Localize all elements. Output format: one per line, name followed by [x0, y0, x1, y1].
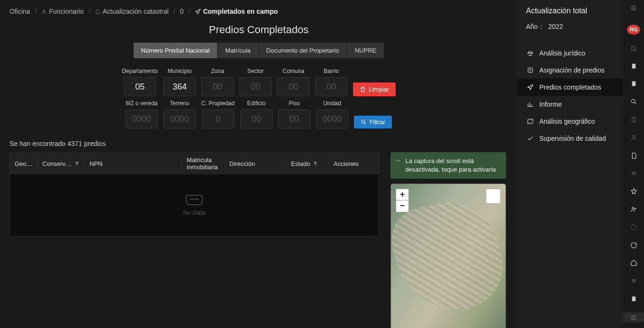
input-cpropiedad[interactable]: [202, 109, 234, 128]
aside-item-informe[interactable]: Informe: [517, 96, 623, 113]
zoom-out-button[interactable]: −: [396, 200, 409, 212]
breadcrumb-separator: /: [189, 8, 190, 15]
year-value: 2022: [548, 23, 563, 30]
zoom-in-button[interactable]: +: [396, 189, 409, 200]
label-comuna: Comuna: [283, 68, 304, 74]
label-barrio: Barrio: [324, 68, 339, 74]
tab-nupre[interactable]: NUPRE: [347, 43, 384, 58]
th-direccion[interactable]: Dirección: [225, 156, 286, 171]
aside-item-geografico[interactable]: Análisis geográfico: [517, 113, 623, 130]
user-button[interactable]: [623, 133, 644, 142]
svg-point-1: [362, 120, 365, 123]
svg-rect-5: [632, 64, 635, 68]
tab-numero-predial[interactable]: Número Predial Nacional: [134, 43, 218, 58]
filter-icon[interactable]: [313, 161, 318, 166]
field-mz: MZ o vereda: [126, 100, 158, 128]
breadcrumb: Oficina / Funcionario / Actualización ca…: [9, 8, 508, 15]
input-unidad[interactable]: [316, 109, 348, 128]
square-button[interactable]: [623, 169, 644, 178]
input-comuna[interactable]: [277, 77, 309, 96]
breadcrumb-separator: /: [89, 8, 91, 15]
input-piso[interactable]: [278, 109, 310, 128]
house-button[interactable]: [623, 259, 644, 267]
breadcrumb-item[interactable]: Oficina: [9, 8, 30, 15]
file-button[interactable]: [623, 151, 644, 160]
paste-button[interactable]: [623, 294, 644, 303]
field-municipio: Municipio: [163, 68, 196, 96]
list-icon: [630, 4, 637, 12]
sync-button[interactable]: [623, 241, 644, 249]
star-button[interactable]: [623, 187, 644, 196]
aside-panel: Actualización total Año：2022 Análisis ju…: [517, 0, 623, 328]
page-title: Predios Completados: [9, 24, 508, 36]
input-sector[interactable]: [239, 77, 272, 96]
clipboard-button[interactable]: [623, 62, 644, 70]
filter-button[interactable]: Filtrar: [354, 116, 392, 128]
svg-marker-2: [75, 162, 79, 165]
field-zona: Zona: [201, 68, 234, 96]
aside-item-supervision[interactable]: Supervisión de calidad: [517, 130, 623, 147]
clipboard2-icon: [630, 80, 637, 87]
avatar[interactable]: RG: [627, 25, 640, 35]
tab-matricula[interactable]: Matrícula: [218, 43, 258, 58]
results-count: Se han encontrado 4371 predios: [9, 140, 508, 147]
filter-button-label: Filtrar: [370, 118, 385, 126]
label-cpropiedad: C. Propiedad: [201, 100, 235, 107]
input-barrio[interactable]: [315, 77, 347, 96]
svg-rect-4: [528, 68, 532, 72]
people-button[interactable]: [623, 205, 644, 214]
label-municipio: Municipio: [168, 68, 192, 74]
th-conserv[interactable]: Conserv…: [38, 156, 85, 171]
sync-dim-button[interactable]: [623, 223, 644, 231]
scroll-banner-text: La captura del scroll está desactivada, …: [405, 157, 500, 174]
input-departamento[interactable]: [124, 77, 156, 96]
bank-button[interactable]: [623, 44, 644, 53]
square2-button[interactable]: [623, 277, 644, 285]
paste-icon: [630, 295, 637, 302]
input-edificio[interactable]: [240, 109, 272, 128]
aside-item-asignacion[interactable]: Asignación de predios: [517, 62, 623, 79]
filter-icon[interactable]: [74, 161, 80, 166]
check-icon: [527, 135, 534, 142]
building-button[interactable]: [623, 116, 644, 124]
th-geo[interactable]: Geo…: [10, 156, 38, 171]
no-data-label: No Data: [183, 209, 206, 216]
clipboard-icon: [630, 63, 637, 70]
list-toggle[interactable]: [623, 4, 644, 12]
aside-year: Año：2022: [526, 23, 615, 31]
th-npn[interactable]: NPN: [85, 156, 182, 171]
clear-button[interactable]: Limpiar: [353, 82, 396, 96]
aside-item-completados[interactable]: Predios completados: [517, 79, 623, 96]
input-mz[interactable]: [126, 109, 158, 128]
scale-icon: [527, 50, 534, 56]
search-button[interactable]: [623, 98, 644, 106]
breadcrumb-item[interactable]: Actualización catastral: [95, 8, 169, 15]
field-sector: Sector: [239, 68, 272, 96]
field-comuna: Comuna: [277, 68, 309, 96]
tab-documento[interactable]: Documento del Propietario: [259, 43, 347, 58]
th-estado[interactable]: Estado: [286, 156, 329, 171]
breadcrumb-item-current: Completados en campo: [195, 8, 278, 15]
input-terreno[interactable]: [163, 109, 196, 128]
map[interactable]: + −: [390, 183, 506, 328]
label-departamento: Departamento: [122, 68, 158, 74]
th-matricula[interactable]: Matricula inmobiliaria: [182, 156, 225, 171]
house-icon: [630, 259, 637, 266]
menu-icon: [630, 314, 637, 321]
aside-item-label: Informe: [539, 100, 562, 108]
label-edificio: Edificio: [247, 100, 266, 107]
input-zona[interactable]: [201, 77, 234, 96]
input-municipio[interactable]: [163, 77, 196, 96]
breadcrumb-item[interactable]: 0: [180, 8, 184, 15]
field-piso: Piso: [278, 100, 310, 128]
search-icon: [630, 98, 637, 105]
aside-item-label: Predios completados: [539, 83, 601, 91]
scroll-capture-banner[interactable]: La captura del scroll está desactivada, …: [390, 152, 506, 179]
collapse-button[interactable]: [623, 312, 644, 322]
layers-button[interactable]: [486, 189, 501, 204]
results-table: Geo… Conserv… NPN Matricula inmobiliaria…: [9, 152, 379, 237]
clipboard2-button[interactable]: [623, 80, 644, 88]
field-cpropiedad: C. Propiedad: [201, 100, 235, 128]
aside-item-analisis-juridico[interactable]: Análisis jurídico: [517, 45, 623, 62]
breadcrumb-item[interactable]: Funcionario: [41, 8, 83, 15]
